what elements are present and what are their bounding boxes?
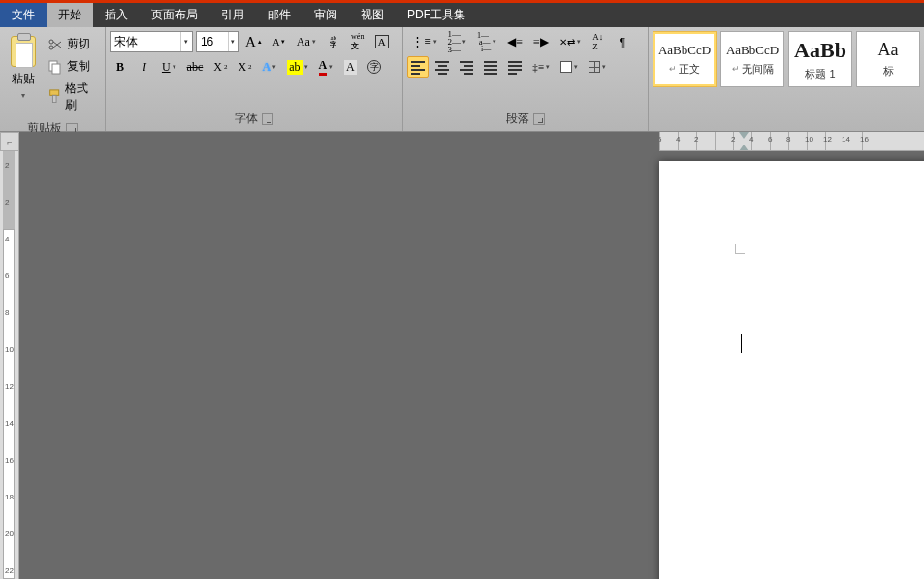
paste-button[interactable]: 粘贴 ▾ <box>6 31 42 101</box>
menu-bar: 文件 开始 插入 页面布局 引用 邮件 审阅 视图 PDF工具集 <box>0 3 924 27</box>
italic-button[interactable]: I <box>134 56 155 78</box>
tab-pdf-tools[interactable]: PDF工具集 <box>396 3 477 27</box>
grow-font-button[interactable]: A▴ <box>241 31 266 52</box>
decrease-indent-button[interactable]: ◀≡ <box>503 31 526 52</box>
char-shading-button[interactable]: A <box>339 56 361 78</box>
tab-page-layout[interactable]: 页面布局 <box>140 3 209 27</box>
align-left-button[interactable] <box>407 56 429 78</box>
text-effects-button[interactable]: A▾ <box>259 56 281 78</box>
shrink-font-button[interactable]: A▾ <box>269 31 290 52</box>
highlight-button[interactable]: ab▾ <box>283 56 311 78</box>
numbering-button[interactable]: 1—2—3—▾ <box>444 31 471 52</box>
change-case-button[interactable]: Aa▾ <box>293 31 320 52</box>
font-name-dropdown[interactable]: ▾ <box>180 32 192 51</box>
font-name-combo[interactable]: ▾ <box>110 31 193 52</box>
font-color-button[interactable]: A▾ <box>315 56 337 78</box>
tab-file[interactable]: 文件 <box>0 3 47 27</box>
vertical-ruler[interactable]: 2246810121416182022 <box>0 151 19 579</box>
cut-button[interactable]: 剪切 <box>46 35 99 53</box>
document-page[interactable] <box>659 161 924 579</box>
multilevel-list-button[interactable]: 1— a— i—▾ <box>473 31 500 52</box>
line-spacing-button[interactable]: ‡≡▾ <box>528 56 554 78</box>
scissors-icon <box>48 37 63 52</box>
svg-rect-2 <box>50 90 59 95</box>
paragraph-group-label: 段落 <box>506 111 529 127</box>
text-direction-button[interactable]: ✕⇄▾ <box>556 31 585 52</box>
bullets-button[interactable]: ⋮≡▾ <box>407 31 440 52</box>
tab-mailings[interactable]: 邮件 <box>256 3 303 27</box>
font-group-label: 字体 <box>235 111 258 127</box>
char-box-button[interactable]: A <box>371 31 393 52</box>
tab-view[interactable]: 视图 <box>349 3 396 27</box>
tab-insert[interactable]: 插入 <box>93 3 140 27</box>
increase-indent-button[interactable]: ≡▶ <box>529 31 553 52</box>
tab-review[interactable]: 审阅 <box>303 3 349 27</box>
text-cursor <box>741 334 742 353</box>
underline-button[interactable]: U▾ <box>158 56 180 78</box>
ruler-corner[interactable]: ⌐ <box>0 132 19 151</box>
horizontal-ruler[interactable]: 642246810121416 <box>659 132 924 151</box>
show-marks-button[interactable]: ¶ <box>612 31 633 52</box>
svg-rect-3 <box>52 95 56 102</box>
sort-button[interactable]: A↓Z <box>588 31 609 52</box>
tab-references[interactable]: 引用 <box>209 3 256 27</box>
font-size-dropdown[interactable]: ▾ <box>228 32 238 51</box>
margin-mark-icon <box>735 244 745 254</box>
style-card-0[interactable]: AaBbCcD↵正文 <box>653 31 717 87</box>
font-size-combo[interactable]: ▾ <box>196 31 239 52</box>
ribbon: 粘贴 ▾ 剪切 复制 格式刷 剪贴板 <box>0 27 924 132</box>
paragraph-launcher[interactable] <box>533 113 545 125</box>
format-painter-button[interactable]: 格式刷 <box>46 80 99 114</box>
bold-button[interactable]: B <box>110 56 131 78</box>
copy-icon <box>48 59 63 75</box>
svg-rect-1 <box>52 64 60 74</box>
clipboard-icon <box>11 36 36 67</box>
style-card-2[interactable]: AaBb标题 1 <box>788 31 852 87</box>
subscript-button[interactable]: X2 <box>209 56 231 78</box>
font-name-input[interactable] <box>111 32 180 51</box>
paste-label: 粘贴 <box>12 71 35 87</box>
brush-icon <box>48 89 61 105</box>
font-size-input[interactable] <box>197 32 228 51</box>
document-area: ⌐ 642246810121416 2246810121416182022 <box>0 132 924 579</box>
phonetic-guide-button[interactable]: ab字 <box>323 31 344 52</box>
font-launcher[interactable] <box>262 113 273 125</box>
align-right-button[interactable] <box>456 56 477 78</box>
align-distributed-button[interactable] <box>504 56 526 78</box>
align-center-button[interactable] <box>431 56 453 78</box>
style-card-3[interactable]: Aa标 <box>856 31 920 87</box>
char-border-button[interactable]: wén文 <box>347 31 368 52</box>
tab-home[interactable]: 开始 <box>47 3 93 27</box>
align-justify-button[interactable] <box>480 56 501 78</box>
copy-button[interactable]: 复制 <box>46 57 99 76</box>
enclose-char-button[interactable]: 字 <box>364 56 385 78</box>
superscript-button[interactable]: X2 <box>234 56 255 78</box>
strikethrough-button[interactable]: abc <box>183 56 207 78</box>
shading-button[interactable]: ▾ <box>557 56 582 78</box>
borders-button[interactable]: ▾ <box>585 56 610 78</box>
styles-gallery: AaBbCcD↵正文AaBbCcD↵无间隔AaBb标题 1Aa标 <box>649 27 924 112</box>
style-card-1[interactable]: AaBbCcD↵无间隔 <box>720 31 784 87</box>
